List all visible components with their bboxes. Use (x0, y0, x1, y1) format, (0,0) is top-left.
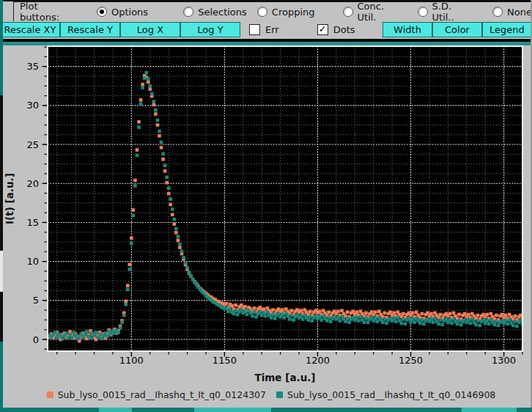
window-bottom-border (0, 408, 532, 412)
radio-selections-icon[interactable] (183, 7, 193, 17)
radio-label: None (507, 7, 532, 18)
y-tick-label: 25 (26, 139, 39, 150)
legend-button[interactable]: Legend (482, 22, 532, 37)
plot-buttons-label: Plot buttons: (20, 1, 79, 23)
radio-selections[interactable]: Selections (183, 7, 247, 18)
radio-s-d-util[interactable]: S.D. Util.. (418, 1, 473, 23)
dots-checkbox-item: ✓Dots (317, 22, 355, 37)
radio-options-icon[interactable] (97, 7, 107, 17)
rescale-y-button[interactable]: Rescale Y (60, 22, 120, 37)
y-tick-label: 35 (26, 61, 39, 72)
radio-label: Conc. Util. (358, 1, 402, 23)
radio-label: S.D. Util.. (432, 1, 473, 23)
y-tick-label: 10 (26, 256, 39, 267)
x-tick-label: 1200 (306, 355, 330, 366)
x-tick-label: 1100 (119, 355, 144, 366)
legend-entry: Sub_lyso_0015_rad__Ihashq_t_It_q0_014690… (276, 389, 495, 400)
window-top-border (0, 0, 532, 1)
plot-legend: Sub_lyso_0015_rad__Ihashq_t_It_q0_012430… (22, 389, 520, 400)
radio-options[interactable]: Options (97, 7, 148, 18)
plot-buttons-row: Rescale XYRescale YLog XLog YErr✓DotsWid… (0, 22, 532, 37)
log-x-button[interactable]: Log X (120, 22, 180, 37)
color-button[interactable]: Color (432, 22, 482, 37)
err-checkbox-item: Err (249, 22, 279, 37)
log-y-button[interactable]: Log Y (180, 22, 240, 37)
checkbox-label: Err (265, 24, 279, 35)
width-button[interactable]: Width (383, 22, 432, 37)
checkbox-label: Dots (333, 24, 355, 35)
radio-conc-util[interactable]: Conc. Util. (343, 1, 402, 23)
radio-label: Options (111, 7, 148, 18)
radio-conc-util-icon[interactable] (343, 7, 353, 17)
x-tick-label: 1300 (492, 355, 516, 366)
legend-entry: Sub_lyso_0015_rad__Ihashq_t_It_q0_012430… (47, 389, 266, 400)
dots-checkbox[interactable]: ✓ (317, 24, 328, 35)
x-tick-label: 1250 (399, 355, 423, 366)
radio-none-icon[interactable] (492, 7, 503, 17)
x-tick-label: 1150 (213, 355, 237, 366)
y-tick-label: 20 (26, 178, 39, 189)
y-axis-label: I(t) [a.u.] (4, 173, 15, 224)
plot-buttons-radio-row: Plot buttons: OptionsSelectionsCroppingC… (13, 1, 532, 21)
radio-label: Selections (198, 7, 247, 18)
y-tick-label: 5 (33, 295, 39, 306)
radio-cropping-icon[interactable] (257, 7, 267, 17)
y-tick-label: 15 (26, 217, 39, 228)
plot-background (48, 46, 522, 351)
y-tick-label: 0 (33, 334, 39, 345)
y-tick-label: 30 (26, 100, 39, 111)
radio-none[interactable]: None (492, 7, 532, 18)
radio-s-d-util-icon[interactable] (418, 7, 428, 17)
window-left-border (0, 0, 3, 412)
series-2-name: Sub_lyso_0015_rad__Ihashq_t_It_q0_014690… (287, 389, 495, 400)
err-checkbox[interactable] (249, 24, 260, 35)
series-2-marker-icon (276, 391, 283, 398)
plot-toolbar: Plot buttons: OptionsSelectionsCroppingC… (0, 1, 532, 42)
x-axis-label: Time [a.u.] (254, 372, 315, 383)
radio-cropping[interactable]: Cropping (257, 7, 315, 18)
series-1-marker-icon (47, 391, 53, 398)
plot-canvas[interactable]: 1100115012001250130005101520253035 (0, 0, 532, 412)
series-1-name: Sub_lyso_0015_rad__Ihashq_t_It_q0_012430… (58, 389, 266, 400)
rescale-xy-button[interactable]: Rescale XY (0, 22, 60, 37)
radio-label: Cropping (272, 7, 315, 18)
